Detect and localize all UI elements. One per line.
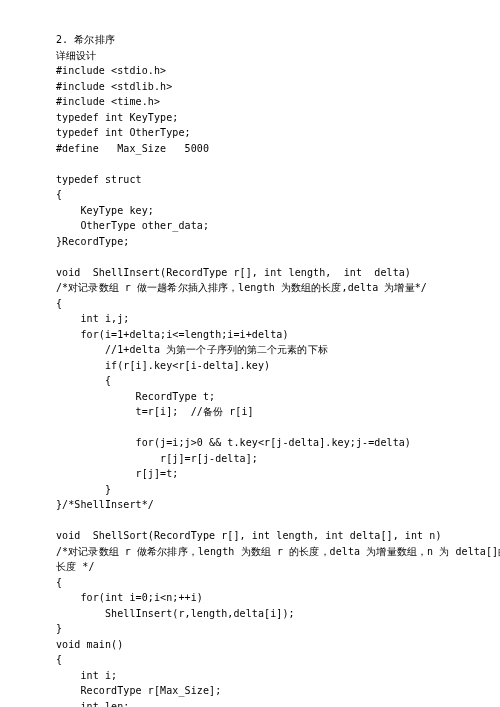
code-line: void main()	[56, 639, 123, 650]
code-line: void ShellSort(RecordType r[], int lengt…	[56, 530, 442, 541]
code-line: #include <stdio.h>	[56, 65, 166, 76]
code-line: {	[56, 577, 62, 588]
code-line: }RecordType;	[56, 236, 129, 247]
code-document: 2. 希尔排序 详细设计 #include <stdio.h> #include…	[0, 0, 500, 707]
code-line: /*对记录数组 r 做一趟希尔插入排序，length 为数组的长度,delta …	[56, 282, 427, 293]
code-line: {	[56, 189, 62, 200]
code-line: }/*ShellInsert*/	[56, 499, 154, 510]
code-line: typedef int KeyType;	[56, 112, 178, 123]
code-line: #include <time.h>	[56, 96, 160, 107]
code-line: void ShellInsert(RecordType r[], int len…	[56, 267, 411, 278]
code-line: //1+delta 为第一个子序列的第二个元素的下标	[56, 344, 328, 355]
code-line: OtherType other_data;	[56, 220, 209, 231]
code-line: int i,j;	[56, 313, 129, 324]
code-line: {	[56, 298, 62, 309]
code-line: 2. 希尔排序	[56, 34, 115, 45]
code-line: r[j]=r[j-delta];	[56, 453, 258, 464]
code-line: typedef int OtherType;	[56, 127, 191, 138]
code-line: typedef struct	[56, 174, 142, 185]
code-line: {	[56, 654, 62, 665]
code-line: ShellInsert(r,length,delta[i]);	[56, 608, 295, 619]
code-line: r[j]=t;	[56, 468, 178, 479]
code-line: int i;	[56, 670, 117, 681]
code-line: if(r[i].key<r[i-delta].key)	[56, 360, 270, 371]
code-line: for(j=i;j>0 && t.key<r[j-delta].key;j-=d…	[56, 437, 411, 448]
code-line: for(int i=0;i<n;++i)	[56, 592, 203, 603]
code-line: #include <stdlib.h>	[56, 81, 172, 92]
code-line: 长度 */	[56, 561, 95, 572]
code-line: }	[56, 484, 111, 495]
code-line: for(i=1+delta;i<=length;i=i+delta)	[56, 329, 289, 340]
code-line: RecordType t;	[56, 391, 215, 402]
code-line: {	[56, 375, 111, 386]
code-line: t=r[i]; //备份 r[i]	[56, 406, 254, 417]
code-line: 详细设计	[56, 50, 96, 61]
code-line: int len;	[56, 701, 129, 708]
code-line: /*对记录数组 r 做希尔排序，length 为数组 r 的长度，delta 为…	[56, 546, 500, 557]
code-line: }	[56, 623, 62, 634]
code-line: #define Max_Size 5000	[56, 143, 209, 154]
code-line: RecordType r[Max_Size];	[56, 685, 221, 696]
code-line: KeyType key;	[56, 205, 154, 216]
